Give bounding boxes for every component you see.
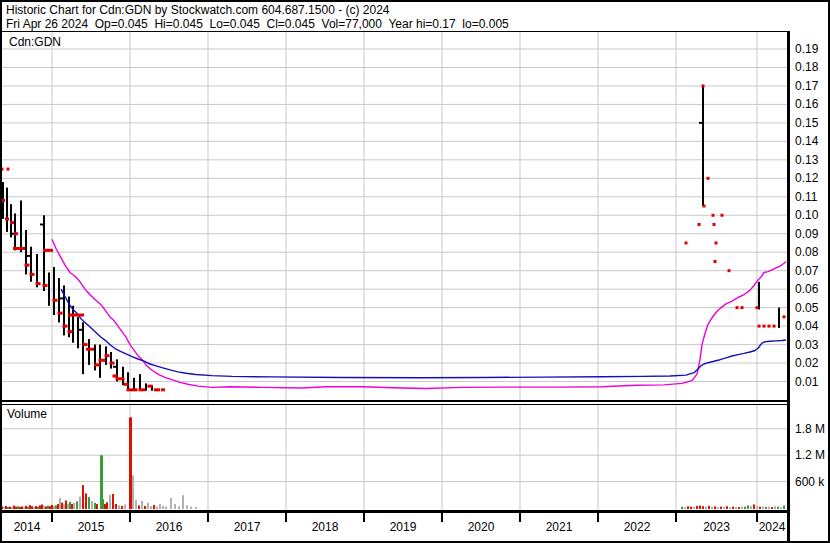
close-mark [30, 273, 35, 276]
year-label: 2014 [14, 520, 41, 534]
price-bar [43, 215, 45, 291]
close-mark [707, 177, 710, 180]
volume-bar [702, 506, 704, 509]
close-mark [728, 269, 731, 272]
volume-bar [687, 506, 689, 509]
price-axis-tick: 0.08 [795, 245, 818, 259]
volume-bar [53, 506, 55, 509]
price-axis-tick: 0.17 [795, 79, 818, 93]
year-label: 2023 [703, 520, 730, 534]
volume-bar [124, 504, 126, 509]
volume-bar [5, 506, 7, 509]
price-bar [72, 306, 74, 343]
price-panel: Cdn:GDN [2, 31, 787, 402]
price-bar [20, 200, 22, 252]
close-mark [58, 312, 63, 315]
price-bar [10, 204, 12, 237]
volume-axis-tick: 600 k [795, 475, 824, 489]
volume-bar [112, 494, 114, 509]
price-axis-tick: 0.16 [795, 97, 818, 111]
volume-panel: Volume [2, 404, 787, 513]
volume-bar [178, 506, 180, 509]
close-mark [736, 306, 739, 309]
price-bar [58, 278, 60, 322]
volume-bar [777, 507, 779, 509]
volume-bar [780, 507, 782, 509]
volume-bar [39, 505, 41, 509]
price-bar [14, 213, 16, 250]
close-mark [698, 223, 701, 226]
volume-bar [7, 507, 9, 509]
close-mark [116, 377, 125, 380]
volume-bar [41, 504, 43, 509]
volume-bar [165, 507, 167, 509]
volume-bar [771, 507, 773, 509]
volume-bar [696, 506, 698, 509]
volume-bar [693, 507, 695, 509]
volume-bar [717, 507, 719, 509]
year-label: 2015 [78, 520, 105, 534]
volume-bar [195, 507, 197, 509]
year-tick [51, 513, 53, 522]
volume-bar [76, 501, 78, 509]
volume-bar [49, 506, 51, 509]
volume-bar [65, 501, 67, 509]
volume-bar [104, 504, 106, 509]
volume-bar [705, 507, 707, 509]
volume-bar [19, 507, 21, 509]
symbol-label: Cdn:GDN [9, 35, 61, 49]
volume-bar [79, 497, 81, 509]
close-mark [36, 282, 41, 285]
volume-bar [94, 503, 96, 509]
volume-bar [150, 506, 152, 509]
price-axis-tick: 0.01 [795, 375, 818, 389]
volume-bar [135, 500, 137, 509]
close-mark [105, 354, 110, 357]
close-mark [741, 306, 744, 309]
price-axis-tick: 0.05 [795, 301, 818, 315]
volume-bar [51, 505, 53, 509]
volume-bar [25, 506, 27, 509]
close-mark [2, 199, 5, 202]
header-quote-line: Fri Apr 26 2024 Op=0.045 Hi=0.045 Lo=0.0… [6, 17, 509, 31]
volume-bar [684, 507, 686, 509]
close-mark [139, 388, 146, 391]
volume-bar [156, 506, 158, 509]
close-mark [14, 232, 18, 235]
year-tick [519, 513, 521, 522]
close-mark [712, 214, 715, 217]
close-mark [7, 168, 10, 171]
volume-bar [73, 503, 75, 509]
price-bar [88, 339, 90, 365]
volume-bar [738, 507, 740, 509]
close-mark [25, 264, 30, 267]
volume-bar [33, 507, 35, 509]
volume-bar [115, 504, 117, 509]
volume-bar [57, 504, 59, 509]
volume-bar [17, 506, 19, 509]
volume-bar [85, 493, 87, 509]
volume-bar [13, 506, 15, 509]
volume-bar [2, 506, 3, 509]
year-label: 2016 [156, 520, 183, 534]
volume-bar [759, 507, 761, 509]
volume-bar [67, 504, 69, 509]
year-label: 2024 [759, 520, 786, 534]
close-mark [94, 363, 100, 366]
price-axis-tick: 0.12 [795, 171, 818, 185]
volume-bar [9, 507, 11, 509]
volume-bar [174, 504, 176, 509]
year-tick [597, 513, 599, 522]
year-tick [207, 513, 209, 522]
year-tick [675, 513, 677, 522]
volume-label: Volume [7, 407, 47, 421]
year-tick [441, 513, 443, 522]
price-bar [110, 352, 112, 369]
close-mark [127, 388, 138, 391]
price-bar [25, 230, 27, 274]
volume-bar [783, 506, 785, 509]
price-bar [758, 282, 760, 310]
close-mark [63, 325, 68, 328]
volume-axis-tick: 1.2 M [795, 448, 825, 462]
volume-bar [21, 506, 23, 509]
